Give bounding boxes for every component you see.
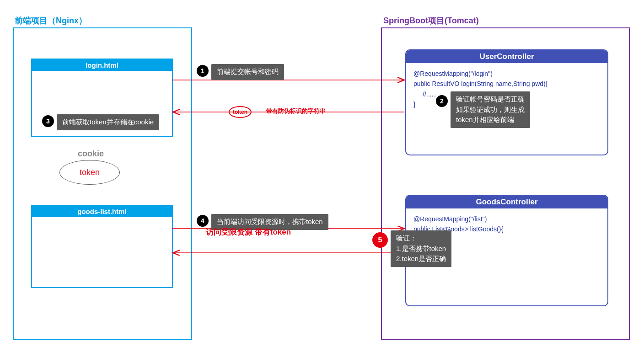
step5-num: 5 [372, 232, 388, 248]
token-ellipse: token [59, 160, 120, 185]
arrow2-note: 带有防伪标识的字符串 [266, 107, 326, 115]
user-ctrl-line1: @RequestMapping("/login") [413, 69, 600, 79]
arrow4-note: 访问受限资源 带有token [206, 227, 291, 237]
frontend-title: 前端项目（Nginx） [15, 15, 87, 26]
token-badge: token [229, 106, 252, 118]
step2-note: 验证帐号密码是否正确 如果验证成功，则生成 token并相应给前端 [451, 91, 530, 128]
cookie-label: cookie [78, 149, 104, 159]
step3-note: 前端获取token并存储在cookie [57, 114, 159, 130]
backend-title: SpringBoot项目(Tomcat) [383, 15, 479, 26]
step5-note: 验证： 1.是否携带token 2.token是否正确 [391, 230, 451, 267]
goods-ctrl-line1: @RequestMapping("/list") [413, 214, 600, 224]
step1-num: 1 [197, 65, 209, 77]
token-ellipse-text: token [80, 168, 100, 177]
goods-page-box: goods-list.html [31, 205, 173, 288]
step1-note: 前端提交帐号和密码 [211, 64, 284, 80]
step4-num: 4 [197, 215, 209, 227]
step3-num: 3 [42, 115, 54, 127]
goods-page-header: goods-list.html [32, 206, 172, 217]
login-page-header: login.html [32, 59, 172, 71]
goods-controller-header: GoodsController [406, 196, 607, 208]
user-ctrl-line2: public ResultVO login(String name,String… [413, 79, 600, 89]
user-controller-header: UserController [406, 50, 607, 63]
step2-num: 2 [436, 95, 448, 107]
